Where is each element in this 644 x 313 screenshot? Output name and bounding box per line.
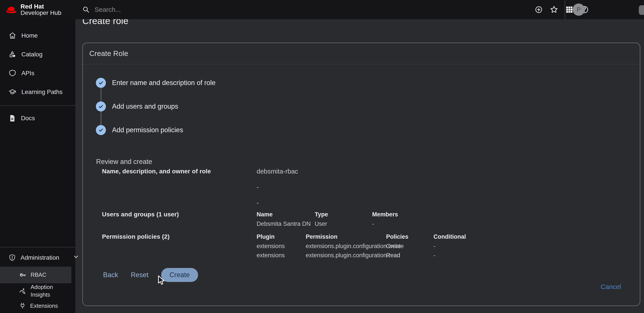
sidebar-item-label: Learning Paths bbox=[22, 89, 62, 96]
sidebar-divider bbox=[0, 105, 75, 106]
table-cell: Read bbox=[386, 252, 434, 258]
mouse-cursor bbox=[156, 275, 166, 287]
sidebar-divider-bottom bbox=[0, 247, 75, 247]
table-header-cell: Conditional bbox=[434, 233, 640, 240]
step-complete-check-icon bbox=[96, 78, 106, 88]
learning-paths-icon bbox=[8, 88, 16, 96]
table-cell: User bbox=[315, 220, 372, 227]
review-permissions-section: Permission policies (2) PluginPermission… bbox=[102, 233, 640, 258]
section-label: Users and groups (1 user) bbox=[102, 211, 256, 227]
sidebar-item-label: Catalog bbox=[22, 51, 42, 58]
logo-line1: Red Hat bbox=[20, 3, 61, 10]
catalog-icon bbox=[8, 50, 16, 59]
table-cell: Debsmita Santra DN bbox=[256, 220, 315, 227]
users-table: NameTypeMembersDebsmita Santra DNUser- bbox=[256, 211, 640, 227]
shield-admin-icon bbox=[8, 254, 16, 262]
app-logo[interactable]: Red Hat Developer Hub bbox=[0, 3, 75, 16]
sidebar-item-administration[interactable]: Administration bbox=[0, 250, 75, 265]
table-cell: - bbox=[434, 243, 640, 249]
sidebar-item-adoption-insights[interactable]: Adoption Insights bbox=[0, 283, 75, 298]
table-header-cell: Policies bbox=[386, 233, 434, 240]
sidebar-item-label: APIs bbox=[22, 70, 34, 77]
adoption-insights-icon bbox=[19, 287, 27, 295]
review-name-section: Name, description, and owner of role deb… bbox=[102, 168, 640, 206]
search-input[interactable] bbox=[94, 6, 248, 13]
table-header-cell: Permission bbox=[306, 233, 386, 240]
table-cell: extensions.plugin.configuration.write bbox=[306, 243, 386, 249]
key-icon bbox=[19, 271, 27, 279]
main-content: Create role Create Role Enter name and d… bbox=[75, 19, 644, 313]
table-cell: extensions bbox=[256, 252, 306, 258]
app-logo-text: Red Hat Developer Hub bbox=[20, 3, 61, 16]
redhat-fedora-icon bbox=[5, 5, 18, 15]
sidebar-item-catalog[interactable]: Catalog bbox=[0, 45, 75, 64]
topbar: Red Hat Developer Hub bbox=[0, 0, 644, 19]
starred-icon[interactable] bbox=[549, 5, 559, 15]
step-2[interactable]: Add users and groups bbox=[96, 101, 640, 112]
sidebar-item-label: RBAC bbox=[30, 271, 46, 278]
name-values: debsmita-rbac - - bbox=[256, 168, 640, 206]
card-body: Enter name and description of role Add u… bbox=[83, 64, 640, 291]
cancel-row: Cancel bbox=[96, 283, 640, 291]
role-owner-value: - bbox=[256, 199, 640, 206]
wizard-actions: Back Reset Create bbox=[103, 268, 640, 282]
sidebar-item-rbac[interactable]: RBAC bbox=[0, 267, 72, 283]
table-header-cell: Name bbox=[256, 211, 315, 218]
step-complete-check-icon bbox=[96, 125, 106, 135]
search-icon bbox=[82, 6, 90, 14]
edge-partial-avatar bbox=[639, 5, 644, 15]
sidebar-item-label: Docs bbox=[21, 115, 35, 122]
table-header-cell: Members bbox=[372, 211, 640, 218]
role-name-value: debsmita-rbac bbox=[256, 168, 640, 175]
table-cell: Create bbox=[386, 243, 434, 249]
section-label: Permission policies (2) bbox=[102, 233, 256, 258]
review-heading: Review and create bbox=[96, 158, 640, 166]
sidebar-item-extensions[interactable]: Extensions bbox=[0, 298, 75, 313]
back-button[interactable]: Back bbox=[103, 271, 118, 279]
step-label: Add permission policies bbox=[112, 126, 183, 134]
sidebar-item-home[interactable]: Home bbox=[0, 26, 75, 45]
card-title: Create Role bbox=[83, 43, 640, 64]
sidebar-item-apis[interactable]: APIs bbox=[0, 64, 75, 83]
sidebar-item-learning-paths[interactable]: Learning Paths bbox=[0, 83, 75, 101]
sidebar-item-docs[interactable]: Docs bbox=[0, 109, 75, 128]
create-role-card: Create Role Enter name and description o… bbox=[82, 43, 640, 306]
table-cell: extensions.plugin.configuration.read bbox=[306, 252, 386, 258]
step-label: Add users and groups bbox=[112, 103, 178, 110]
reset-button[interactable]: Reset bbox=[131, 271, 148, 279]
review-users-section: Users and groups (1 user) NameTypeMember… bbox=[102, 211, 640, 227]
sidebar-item-label: Administration bbox=[20, 254, 59, 261]
step-connector bbox=[101, 112, 101, 125]
sidebar-item-label: Adoption Insights bbox=[30, 283, 66, 298]
sidebar: Home Catalog APIs Learning Paths bbox=[0, 19, 75, 313]
cancel-button[interactable]: Cancel bbox=[601, 283, 621, 291]
home-icon bbox=[8, 32, 16, 40]
step-complete-check-icon bbox=[96, 101, 106, 112]
create-plus-icon[interactable] bbox=[534, 5, 544, 15]
create-button[interactable]: Create bbox=[161, 268, 198, 282]
logo-line2: Developer Hub bbox=[20, 10, 61, 16]
step-1[interactable]: Enter name and description of role bbox=[96, 78, 640, 88]
sidebar-item-label: Home bbox=[22, 32, 38, 39]
table-header-cell: Type bbox=[315, 211, 372, 218]
sidebar-spacer bbox=[0, 128, 75, 243]
section-label: Name, description, and owner of role bbox=[102, 168, 256, 206]
step-3[interactable]: Add permission policies bbox=[96, 125, 640, 135]
step-label: Enter name and description of role bbox=[112, 79, 216, 87]
user-avatar[interactable]: P bbox=[572, 4, 585, 16]
step-connector bbox=[101, 88, 101, 101]
table-cell: extensions bbox=[256, 243, 306, 249]
topbar-divider bbox=[565, 0, 565, 19]
apis-icon bbox=[8, 69, 16, 77]
global-search[interactable] bbox=[82, 6, 534, 14]
docs-icon bbox=[8, 114, 16, 122]
table-cell: - bbox=[434, 252, 640, 258]
permissions-table: PluginPermissionPoliciesConditionalexten… bbox=[256, 233, 640, 258]
sidebar-item-label: Extensions bbox=[30, 302, 58, 309]
role-description-value: - bbox=[256, 184, 640, 191]
chevron-down-icon bbox=[73, 253, 79, 262]
table-header-cell: Plugin bbox=[256, 233, 306, 240]
table-cell: - bbox=[372, 220, 640, 227]
plug-icon bbox=[19, 302, 26, 309]
